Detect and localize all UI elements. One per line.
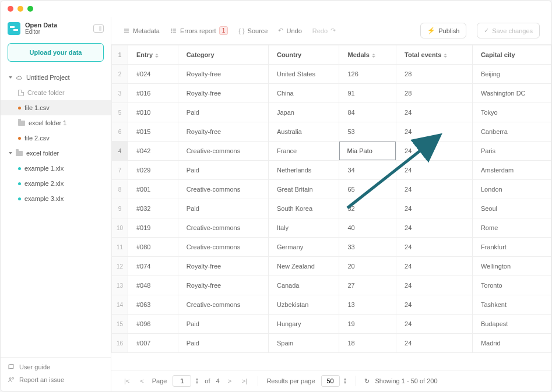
table-row[interactable]: 7#029PaidNetherlands3424Amsterdam: [112, 161, 551, 180]
cell-entry[interactable]: #048: [128, 276, 178, 295]
cell-events[interactable]: 24: [396, 103, 473, 122]
cell-medals[interactable]: 84: [339, 103, 396, 122]
sidebar-item-excel-folder1[interactable]: excel folder 1: [1, 115, 111, 130]
report-issue-link[interactable]: Report an issue: [8, 376, 104, 383]
cell-city[interactable]: Seoul: [472, 199, 551, 218]
metadata-tab[interactable]: Metadata: [123, 27, 160, 34]
table-row[interactable]: 11#080Creative-commonsGermany3324Frankfu…: [112, 238, 551, 257]
cell-entry[interactable]: #010: [128, 103, 178, 122]
page-stepper[interactable]: ▲▼: [195, 377, 199, 384]
table-row[interactable]: 6#015Royalty-freeAustralia5324Canberra: [112, 122, 551, 142]
cell-medals[interactable]: 53: [339, 122, 396, 142]
col-entry[interactable]: Entry: [128, 45, 178, 65]
page-next-button[interactable]: >: [226, 376, 234, 386]
cell-medals[interactable]: 32: [339, 199, 396, 218]
cell-medals[interactable]: 18: [339, 334, 396, 353]
cell-country[interactable]: United States: [268, 65, 339, 84]
cell-entry[interactable]: #016: [128, 84, 178, 103]
page-last-button[interactable]: >|: [240, 376, 249, 386]
cell-events[interactable]: 24: [396, 142, 473, 161]
window-minimize-icon[interactable]: [17, 6, 23, 12]
cell-category[interactable]: Royalty-free: [178, 65, 268, 84]
user-guide-link[interactable]: User guide: [8, 363, 104, 370]
cell-entry[interactable]: #007: [128, 334, 178, 353]
cell-category[interactable]: Creative-commons: [178, 238, 268, 257]
source-tab[interactable]: { } Source: [238, 27, 268, 34]
undo-button[interactable]: ↶ Undo: [278, 27, 301, 34]
table-row[interactable]: 5#010PaidJapan8424Tokyo: [112, 103, 551, 122]
cell-category[interactable]: Paid: [178, 315, 268, 334]
cell-category[interactable]: Royalty-free: [178, 276, 268, 295]
cell-category[interactable]: Paid: [178, 334, 268, 353]
page-input[interactable]: [173, 375, 191, 387]
table-row[interactable]: 14#063Creative-commonsUzbekistan1324Tash…: [112, 295, 551, 315]
cell-city[interactable]: Budapest: [472, 315, 551, 334]
cell-events[interactable]: 24: [396, 334, 473, 353]
sidebar-item-excel-folder[interactable]: excel folder: [1, 146, 111, 161]
sidebar-item-example2[interactable]: example 2.xlx: [1, 176, 111, 191]
cell-country[interactable]: Italy: [268, 218, 339, 238]
cell-events[interactable]: 24: [396, 218, 473, 238]
cell-country[interactable]: China: [268, 84, 339, 103]
cell-city[interactable]: Toronto: [472, 276, 551, 295]
publish-button[interactable]: ⚡ Publish: [420, 23, 466, 38]
cell-entry[interactable]: #015: [128, 122, 178, 142]
cell-country[interactable]: Spain: [268, 334, 339, 353]
cell-events[interactable]: 28: [396, 65, 473, 84]
cell-entry[interactable]: #063: [128, 295, 178, 315]
cell-events[interactable]: 24: [396, 257, 473, 276]
page-first-button[interactable]: |<: [122, 376, 132, 386]
cell-entry[interactable]: #080: [128, 238, 178, 257]
table-row[interactable]: 2#024Royalty-freeUnited States12628Beiji…: [112, 65, 551, 84]
sidebar-item-example1[interactable]: example 1.xlx: [1, 161, 111, 176]
cell-events[interactable]: 24: [396, 238, 473, 257]
cell-country[interactable]: Hungary: [268, 315, 339, 334]
cell-city[interactable]: Tashkent: [472, 295, 551, 315]
col-country[interactable]: Country: [268, 45, 339, 65]
cell-events[interactable]: 24: [396, 276, 473, 295]
col-capital[interactable]: Capital city: [472, 45, 551, 65]
cell-medals[interactable]: Mia Pato: [339, 142, 396, 161]
cell-medals[interactable]: 91: [339, 84, 396, 103]
table-row[interactable]: 4#042Creative-commonsFranceMia Pato24Par…: [112, 142, 551, 161]
table-row[interactable]: 12#074Royalty-freeNew Zealand2024Welling…: [112, 257, 551, 276]
col-category[interactable]: Category: [178, 45, 268, 65]
cell-events[interactable]: 24: [396, 161, 473, 180]
cell-country[interactable]: Canada: [268, 276, 339, 295]
cell-country[interactable]: Great Britain: [268, 180, 339, 199]
cell-category[interactable]: Paid: [178, 199, 268, 218]
table-row[interactable]: 16#007PaidSpain1824Madrid: [112, 334, 551, 353]
cell-events[interactable]: 24: [396, 180, 473, 199]
window-close-icon[interactable]: [8, 6, 13, 12]
cell-city[interactable]: Washington DC: [472, 84, 551, 103]
cell-medals[interactable]: 34: [339, 161, 396, 180]
cell-category[interactable]: Creative-commons: [178, 180, 268, 199]
cell-medals[interactable]: 19: [339, 315, 396, 334]
sidebar-item-file2[interactable]: file 2.csv: [1, 130, 111, 146]
cell-country[interactable]: South Korea: [268, 199, 339, 218]
cell-country[interactable]: New Zealand: [268, 257, 339, 276]
cell-country[interactable]: Australia: [268, 122, 339, 142]
cell-city[interactable]: Beijing: [472, 65, 551, 84]
page-prev-button[interactable]: <: [138, 376, 146, 386]
cell-city[interactable]: Tokyo: [472, 103, 551, 122]
create-folder-action[interactable]: Create folder: [1, 85, 111, 100]
refresh-icon[interactable]: ↻: [364, 377, 370, 385]
col-medals[interactable]: Medals: [339, 45, 396, 65]
cell-entry[interactable]: #029: [128, 161, 178, 180]
cell-city[interactable]: London: [472, 180, 551, 199]
cell-category[interactable]: Creative-commons: [178, 218, 268, 238]
cell-medals[interactable]: 40: [339, 218, 396, 238]
cell-entry[interactable]: #074: [128, 257, 178, 276]
table-row[interactable]: 9#032PaidSouth Korea3224Seoul: [112, 199, 551, 218]
table-row[interactable]: 10#019Creative-commonsItaly4024Rome: [112, 218, 551, 238]
cell-category[interactable]: Paid: [178, 103, 268, 122]
cell-country[interactable]: Uzbekistan: [268, 295, 339, 315]
cell-events[interactable]: 24: [396, 295, 473, 315]
cell-medals[interactable]: 13: [339, 295, 396, 315]
table-row[interactable]: 13#048Royalty-freeCanada2724Toronto: [112, 276, 551, 295]
table-row[interactable]: 3#016Royalty-freeChina9128Washington DC: [112, 84, 551, 103]
cell-medals[interactable]: 65: [339, 180, 396, 199]
cell-city[interactable]: Rome: [472, 218, 551, 238]
data-grid[interactable]: 1 Entry Category Country Medals Total ev…: [111, 45, 551, 353]
